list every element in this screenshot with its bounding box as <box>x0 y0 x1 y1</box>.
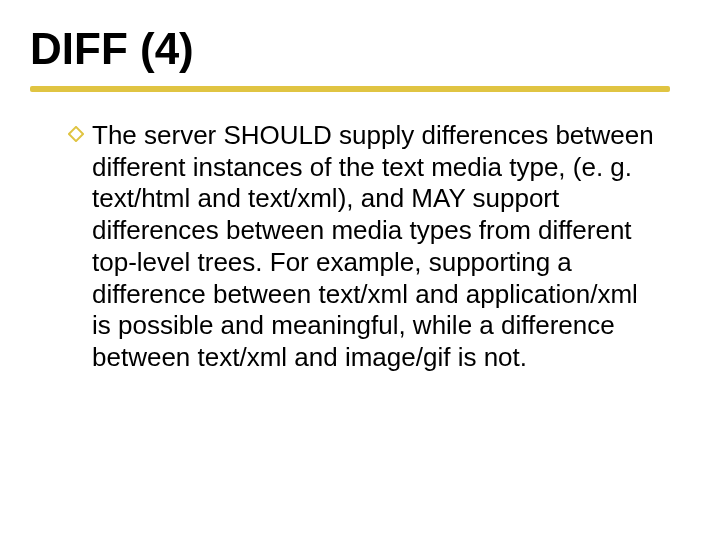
bullet-square-icon <box>68 120 88 148</box>
body-area: The server SHOULD supply differences bet… <box>68 120 658 374</box>
title-underline <box>30 86 670 92</box>
slide-title: DIFF (4) <box>30 24 194 74</box>
bullet-text: The server SHOULD supply differences bet… <box>92 120 658 374</box>
slide: DIFF (4) The server SHOULD supply differ… <box>0 0 720 540</box>
svg-rect-0 <box>69 127 83 141</box>
bullet-item: The server SHOULD supply differences bet… <box>68 120 658 374</box>
